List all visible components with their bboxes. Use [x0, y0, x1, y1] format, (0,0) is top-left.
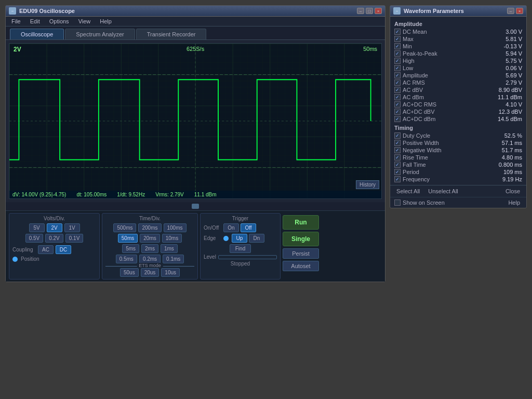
time-btn-20us[interactable]: 20us	[141, 268, 159, 277]
volt-btn-1v[interactable]: 1V	[64, 223, 80, 232]
coupling-ac-btn[interactable]: AC	[38, 245, 54, 254]
menu-view[interactable]: View	[77, 18, 92, 25]
param-value-acdc-dbm: 14.5 dBm	[488, 116, 522, 122]
time-btn-1ms[interactable]: 1ms	[161, 244, 178, 253]
unselect-all-btn[interactable]: Unselect All	[426, 188, 460, 195]
trigger-up-btn[interactable]: Up	[232, 234, 247, 243]
scroll-thumb[interactable]	[192, 204, 199, 209]
time-btn-10us[interactable]: 10us	[161, 268, 180, 277]
time-btn-20ms[interactable]: 20ms	[140, 234, 159, 243]
checkbox-fall-time[interactable]: ✓	[394, 162, 401, 168]
persist-button[interactable]: Persist	[283, 248, 319, 259]
time-div-panel: Time/Div. 500ms 200ms 100ms 50ms 20ms 10…	[102, 213, 198, 280]
trigger-level-bar[interactable]	[218, 255, 277, 259]
select-all-btn[interactable]: Select All	[394, 188, 422, 195]
osc-scrollbar[interactable]	[6, 202, 385, 210]
param-value-acdc-rms: 4.10 V	[488, 101, 522, 108]
menu-file[interactable]: File	[10, 18, 22, 25]
run-button[interactable]: Run	[283, 215, 319, 230]
ets-mode-label: ETS mode	[137, 263, 163, 268]
trigger-panel: Trigger On/Off On Off Edge Up Dn Find Le…	[200, 213, 281, 280]
param-row-ac-rms: ✓ AC RMS 2.79 V	[394, 79, 522, 86]
volts-div-title: Volts/Div.	[12, 216, 96, 221]
time-btn-2ms[interactable]: 2ms	[141, 244, 158, 253]
time-btn-200ms[interactable]: 200ms	[138, 223, 161, 232]
param-label-rise-time: Rise Time	[403, 154, 488, 161]
tab-transient-recorder[interactable]: Transient Recorder	[136, 29, 207, 39]
tab-oscilloscope[interactable]: Oscilloscope	[10, 29, 64, 39]
close-params-btn[interactable]: Close	[503, 188, 522, 195]
param-row-fall-time: ✓ Fall Time 0.800 ms	[394, 161, 522, 168]
checkbox-ac-dbv[interactable]: ✓	[394, 87, 401, 93]
time-btn-05ms[interactable]: 0.5ms	[116, 255, 137, 263]
checkbox-duty-cycle[interactable]: ✓	[394, 132, 401, 139]
volt-btn-5v[interactable]: 5V	[29, 223, 45, 232]
checkbox-acdc-dbm[interactable]: ✓	[394, 116, 401, 122]
coupling-dc-btn[interactable]: DC	[56, 245, 71, 254]
checkbox-frequency[interactable]: ✓	[394, 176, 401, 182]
tab-spectrum-analyzer[interactable]: Spectrum Analyzer	[65, 29, 135, 39]
controls-area: Volts/Div. 5V 2V 1V 0.5V 0.2V 0.1V Coupl…	[6, 210, 385, 282]
help-btn[interactable]: Help	[506, 199, 522, 206]
time-btn-50us[interactable]: 50us	[120, 268, 139, 277]
wf-minimize-btn[interactable]: –	[507, 8, 514, 14]
param-label-min: Min	[403, 43, 488, 49]
osc-minimize-btn[interactable]: –	[357, 8, 364, 14]
time-btn-100ms[interactable]: 100ms	[164, 223, 187, 232]
time-btn-5ms[interactable]: 5ms	[122, 244, 139, 253]
checkbox-high[interactable]: ✓	[394, 58, 401, 64]
time-btn-01ms[interactable]: 0.1ms	[163, 255, 184, 263]
checkbox-period[interactable]: ✓	[394, 169, 401, 175]
param-value-dc-mean: 3.00 V	[488, 29, 522, 35]
checkbox-rise-time[interactable]: ✓	[394, 154, 401, 161]
checkbox-low[interactable]: ✓	[394, 65, 401, 71]
checkbox-pos-width[interactable]: ✓	[394, 140, 401, 146]
trigger-dn-btn[interactable]: Dn	[249, 234, 264, 243]
param-value-high: 5.75 V	[488, 58, 522, 64]
time-btn-02ms[interactable]: 0.2ms	[139, 255, 161, 263]
osc-close-btn[interactable]: ×	[375, 8, 382, 14]
menu-help[interactable]: Help	[98, 18, 113, 25]
param-row-amplitude: ✓ Amplitude 5.69 V	[394, 72, 522, 79]
menu-options[interactable]: Options	[48, 18, 71, 25]
trigger-on-btn[interactable]: On	[223, 223, 239, 232]
single-button[interactable]: Single	[283, 232, 319, 246]
tabs-bar: Oscilloscope Spectrum Analyzer Transient…	[6, 26, 385, 40]
trigger-find-btn[interactable]: Find	[230, 244, 251, 253]
checkbox-min[interactable]: ✓	[394, 43, 401, 49]
param-row-min: ✓ Min -0.13 V	[394, 43, 522, 50]
checkbox-dc-mean[interactable]: ✓	[394, 29, 401, 35]
history-button[interactable]: History	[356, 180, 379, 189]
checkbox-acdc-dbv[interactable]: ✓	[394, 109, 401, 115]
checkbox-max[interactable]: ✓	[394, 36, 401, 42]
volt-btn-02v[interactable]: 0.2V	[45, 234, 63, 243]
time-btn-500ms[interactable]: 500ms	[113, 223, 136, 232]
param-label-peak-to-peak: Peak-to-Peak	[403, 50, 488, 57]
checkbox-acdc-rms[interactable]: ✓	[394, 101, 401, 108]
param-label-period: Period	[403, 169, 488, 175]
status-invdt: 1/dt: 9.52Hz	[117, 192, 145, 197]
checkbox-ac-dbm[interactable]: ✓	[394, 94, 401, 100]
trigger-off-btn[interactable]: Off	[241, 223, 256, 232]
param-row-ac-dbv: ✓ AC dBV 8.90 dBV	[394, 86, 522, 94]
wf-close-btn[interactable]: ×	[516, 8, 523, 14]
menu-edit[interactable]: Edit	[29, 18, 42, 25]
osc-maximize-btn[interactable]: □	[366, 8, 373, 14]
time-btn-10ms[interactable]: 10ms	[162, 234, 182, 243]
show-on-screen-checkbox[interactable]	[394, 200, 401, 206]
volt-btn-2v[interactable]: 2V	[47, 223, 62, 232]
param-label-frequency: Frequency	[403, 176, 488, 182]
param-row-rise-time: ✓ Rise Time 4.80 ms	[394, 154, 522, 161]
autoset-button[interactable]: Autoset	[283, 261, 319, 271]
param-label-amplitude: Amplitude	[403, 72, 488, 78]
checkbox-amplitude[interactable]: ✓	[394, 72, 401, 78]
param-label-acdc-dbv: AC+DC dBV	[403, 109, 488, 115]
checkbox-ac-rms[interactable]: ✓	[394, 79, 401, 86]
volt-btn-05v[interactable]: 0.5V	[25, 234, 44, 243]
volt-btn-01v[interactable]: 0.1V	[65, 234, 84, 243]
param-value-ac-rms: 2.79 V	[488, 79, 522, 86]
checkbox-peak-to-peak[interactable]: ✓	[394, 50, 401, 57]
checkbox-neg-width[interactable]: ✓	[394, 147, 401, 153]
time-btn-50ms[interactable]: 50ms	[118, 234, 138, 243]
osc-display: 2V 625S/s 50ms History dV: 14.00V (9.25|…	[9, 43, 382, 199]
